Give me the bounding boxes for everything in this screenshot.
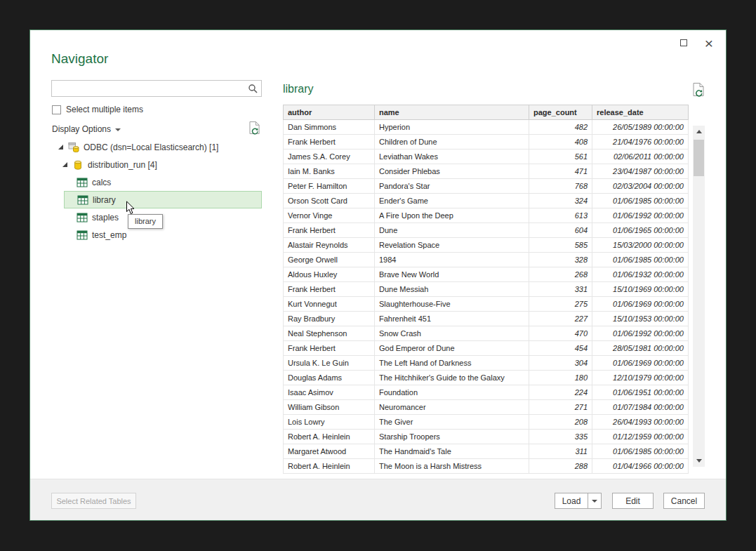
page-title: Navigator bbox=[51, 51, 108, 67]
cell-release_date: 15/10/1969 00:00:00 bbox=[592, 282, 689, 297]
cell-name: Snow Crash bbox=[375, 326, 529, 341]
cell-author: Robert A. Heinlein bbox=[284, 430, 375, 444]
tree-item-library[interactable]: library bbox=[64, 191, 262, 208]
cancel-button[interactable]: Cancel bbox=[663, 493, 705, 509]
table-row: Frank HerbertChildren of Dune40821/04/19… bbox=[284, 135, 689, 150]
cell-release_date: 01/06/1932 00:00:00 bbox=[592, 267, 689, 282]
cell-page_count: 208 bbox=[529, 415, 592, 430]
display-options-dropdown[interactable]: Display Options bbox=[52, 124, 121, 134]
cell-name: The Hitchhiker's Guide to the Galaxy bbox=[375, 371, 529, 385]
cell-release_date: 01/06/1985 00:00:00 bbox=[592, 253, 689, 267]
table-row: Frank HerbertDune Messiah33115/10/1969 0… bbox=[284, 282, 689, 297]
maximize-button[interactable] bbox=[675, 34, 692, 51]
cell-page_count: 324 bbox=[529, 194, 592, 208]
select-related-tables-button[interactable]: Select Related Tables bbox=[51, 493, 136, 509]
table-row: Ursula K. Le GuinThe Left Hand of Darkne… bbox=[284, 356, 689, 371]
tree-item-label: library bbox=[93, 195, 116, 205]
close-button[interactable]: × bbox=[701, 34, 717, 51]
refresh-icon bbox=[249, 121, 260, 135]
cell-page_count: 288 bbox=[529, 459, 592, 474]
tree-item-staples[interactable]: staples bbox=[64, 208, 262, 226]
cell-page_count: 227 bbox=[529, 312, 592, 326]
cell-name: Ender's Game bbox=[375, 194, 529, 208]
tree-item-label: staples bbox=[92, 213, 119, 223]
cell-page_count: 585 bbox=[529, 238, 592, 253]
cell-name: The Left Hand of Darkness bbox=[375, 356, 529, 371]
expand-arrow-icon[interactable] bbox=[62, 162, 67, 167]
footer-bar: Select Related Tables Load Edit Cancel bbox=[30, 479, 726, 520]
cell-name: Neuromancer bbox=[375, 400, 529, 415]
scrollbar-up-button[interactable] bbox=[693, 126, 705, 138]
cell-name: Slaughterhouse-Five bbox=[375, 297, 529, 312]
tree-item-test-emp[interactable]: test_emp bbox=[64, 226, 262, 244]
cell-author: Frank Herbert bbox=[284, 135, 375, 150]
cell-author: Frank Herbert bbox=[284, 282, 375, 297]
cell-name: A Fire Upon the Deep bbox=[375, 208, 529, 223]
cell-name: 1984 bbox=[375, 253, 529, 267]
display-options-label: Display Options bbox=[52, 124, 111, 134]
cell-name: Hyperion bbox=[375, 120, 529, 135]
maximize-icon bbox=[680, 39, 687, 46]
cell-page_count: 604 bbox=[529, 223, 592, 238]
table-row: Ray BradburyFahrenheit 45122715/10/1953 … bbox=[284, 312, 689, 326]
select-multiple-row: Select multiple items bbox=[52, 105, 143, 114]
search-icon bbox=[248, 84, 258, 93]
cell-author: Robert A. Heinlein bbox=[284, 459, 375, 474]
tree-item-label: distribution_run [4] bbox=[88, 160, 157, 170]
cell-release_date: 01/04/1966 00:00:00 bbox=[592, 459, 689, 474]
load-dropdown-button[interactable] bbox=[588, 493, 602, 509]
search-button[interactable] bbox=[244, 81, 261, 96]
column-header-author: author bbox=[284, 105, 375, 120]
table-row: Robert A. HeinleinStarship Troopers33501… bbox=[284, 430, 689, 444]
table-row: Lois LowryThe Giver20826/04/1993 00:00:0… bbox=[284, 415, 689, 430]
cell-name: Revelation Space bbox=[375, 238, 529, 253]
table-row: Peter F. HamiltonPandora's Star76802/03/… bbox=[284, 179, 689, 194]
search-input[interactable] bbox=[52, 81, 244, 96]
table-row: Kurt VonnegutSlaughterhouse-Five27501/06… bbox=[284, 297, 689, 312]
scrollbar[interactable] bbox=[693, 126, 705, 467]
tree-item-calcs[interactable]: calcs bbox=[64, 173, 262, 191]
cell-release_date: 26/04/1993 00:00:00 bbox=[592, 415, 689, 430]
table-row: Robert A. HeinleinThe Moon is a Harsh Mi… bbox=[284, 459, 689, 474]
cell-release_date: 01/06/1992 00:00:00 bbox=[592, 326, 689, 341]
select-multiple-checkbox[interactable] bbox=[52, 105, 61, 114]
column-header-name: name bbox=[375, 105, 529, 120]
load-button[interactable]: Load bbox=[555, 493, 588, 509]
column-header-page_count: page_count bbox=[529, 105, 592, 120]
cell-name: Fahrenheit 451 bbox=[375, 312, 529, 326]
cell-name: The Handmaid's Tale bbox=[375, 444, 529, 459]
cell-release_date: 21/04/1976 00:00:00 bbox=[592, 135, 689, 150]
refresh-tree-button[interactable] bbox=[249, 121, 260, 138]
cell-page_count: 180 bbox=[529, 371, 592, 385]
edit-button[interactable]: Edit bbox=[612, 493, 654, 509]
tree-item-distribution-run-4[interactable]: distribution_run [4] bbox=[62, 156, 272, 173]
cell-release_date: 01/12/1959 00:00:00 bbox=[592, 430, 689, 444]
expand-arrow-icon[interactable] bbox=[58, 145, 63, 150]
table-icon bbox=[77, 212, 88, 223]
table-row: Vernor VingeA Fire Upon the Deep61301/06… bbox=[284, 208, 689, 223]
scrollbar-down-button[interactable] bbox=[693, 455, 705, 467]
cell-release_date: 01/06/1965 00:00:00 bbox=[592, 223, 689, 238]
cell-page_count: 561 bbox=[529, 150, 592, 164]
cell-author: Alastair Reynolds bbox=[284, 238, 375, 253]
table-row: Aldous HuxleyBrave New World26801/06/193… bbox=[284, 267, 689, 282]
cell-name: Brave New World bbox=[375, 267, 529, 282]
cell-author: Aldous Huxley bbox=[284, 267, 375, 282]
scrollbar-thumb[interactable] bbox=[694, 140, 704, 176]
tree-item-label: calcs bbox=[92, 178, 111, 187]
cell-page_count: 613 bbox=[529, 208, 592, 223]
cell-release_date: 01/06/1969 00:00:00 bbox=[592, 356, 689, 371]
select-multiple-label: Select multiple items bbox=[66, 105, 143, 114]
cell-release_date: 15/10/1953 00:00:00 bbox=[592, 312, 689, 326]
column-header-release_date: release_date bbox=[592, 105, 689, 120]
cell-release_date: 01/06/1985 00:00:00 bbox=[592, 194, 689, 208]
cell-author: Ursula K. Le Guin bbox=[284, 356, 375, 371]
table-row: Alastair ReynoldsRevelation Space58515/0… bbox=[284, 238, 689, 253]
tree-item-odbc-dsn-local-elasticsearch-1[interactable]: ODBC (dsn=Local Elasticsearch) [1] bbox=[58, 138, 272, 156]
cell-page_count: 271 bbox=[529, 400, 592, 415]
cell-release_date: 01/06/1951 00:00:00 bbox=[592, 385, 689, 400]
table-row: Orson Scott CardEnder's Game32401/06/198… bbox=[284, 194, 689, 208]
cell-author: Lois Lowry bbox=[284, 415, 375, 430]
refresh-preview-button[interactable] bbox=[693, 82, 705, 100]
cell-page_count: 768 bbox=[529, 179, 592, 194]
